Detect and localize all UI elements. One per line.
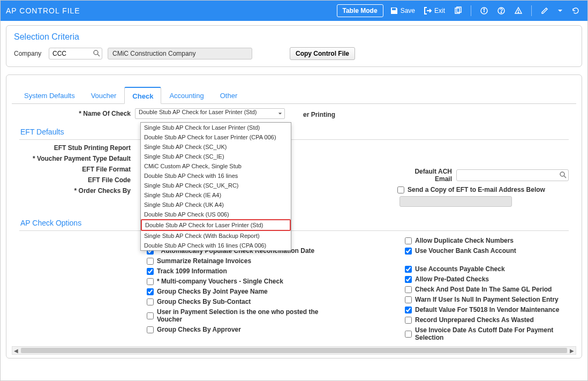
voucher-payment-type-label: * Voucher Payment Type Default xyxy=(19,155,135,162)
tab-other[interactable]: Other xyxy=(212,87,246,104)
check-option-row: Use Invoice Date As Cutoff Date For Paym… xyxy=(405,326,569,341)
duplicate-icon[interactable] xyxy=(451,4,464,17)
check-option-checkbox[interactable] xyxy=(147,278,154,285)
search-icon[interactable] xyxy=(93,49,100,57)
scroll-left-icon[interactable]: ◀ xyxy=(12,348,20,354)
name-of-check-label: * Name Of Check xyxy=(19,110,135,117)
check-option-checkbox[interactable] xyxy=(405,248,412,255)
name-of-check-dropdown[interactable]: Single Stub AP Check for Laser Printer (… xyxy=(140,122,291,251)
check-option-label: Allow Pre-Dated Checks xyxy=(415,275,489,283)
tab-system-defaults[interactable]: System Defaults xyxy=(16,87,83,104)
main-area: Selection Criteria Company CMiC Construc… xyxy=(1,21,587,381)
check-option-row: Group Checks By Sub-Contact xyxy=(147,298,405,305)
check-option-row: Use Voucher Bank Cash Account xyxy=(405,247,569,255)
content-panel: System Defaults Voucher Check Accounting… xyxy=(6,74,582,358)
eft-stub-label: EFT Stub Printing Report xyxy=(19,144,135,152)
check-option-row: Check And Post Date In The Same GL Perio… xyxy=(405,286,569,293)
edit-icon[interactable] xyxy=(538,4,551,17)
check-option-label: Check And Post Date In The Same GL Perio… xyxy=(415,286,552,293)
dropdown-option[interactable]: Single Stub AP Check (IE A4) xyxy=(141,190,291,200)
check-option-row: * Multi-company Vouchers - Single Check xyxy=(147,278,405,285)
save-button[interactable]: Save xyxy=(388,4,417,17)
check-option-checkbox[interactable] xyxy=(405,296,412,303)
dropdown-option[interactable]: Double Stub AP Check (US 006) xyxy=(141,210,291,219)
topbar: AP CONTROL FILE Table Mode Save Exit xyxy=(1,1,587,21)
dropdown-option[interactable]: Double Stub AP Check for Laser Printer (… xyxy=(141,219,291,231)
check-option-row: Default Value For T5018 In Vendor Mainte… xyxy=(405,306,569,313)
scroll-track[interactable] xyxy=(21,348,567,353)
check-option-checkbox[interactable] xyxy=(147,268,154,275)
check-option-row: Group Checks By Approver xyxy=(147,326,405,333)
scroll-right-icon[interactable]: ▶ xyxy=(568,348,576,354)
dropdown-option[interactable]: Double Stub AP Check with 16 lines (CPA … xyxy=(141,241,291,250)
check-option-checkbox[interactable] xyxy=(405,276,412,283)
check-option-row: Allow Pre-Dated Checks xyxy=(405,275,569,283)
dropdown-option[interactable]: Single Stub AP Check (SC_IE) xyxy=(141,152,291,161)
info-icon[interactable] xyxy=(478,4,491,17)
dropdown-option[interactable]: CMiC Custom AP Check, Single Stub xyxy=(141,161,291,171)
search-icon[interactable] xyxy=(559,171,567,178)
exit-label: Exit xyxy=(434,7,445,14)
check-option-checkbox[interactable] xyxy=(147,288,154,295)
tabs: System Defaults Voucher Check Accounting… xyxy=(12,87,576,104)
svg-point-4 xyxy=(484,9,485,10)
selection-criteria-title: Selection Criteria xyxy=(14,32,574,42)
order-checks-by-label: * Order Checks By xyxy=(19,187,135,195)
svg-point-8 xyxy=(518,12,519,13)
name-of-check-value: Double Stub AP Check for Laser Printer (… xyxy=(139,109,257,115)
check-option-label: Use Voucher Bank Cash Account xyxy=(415,247,516,255)
check-option-checkbox[interactable] xyxy=(405,266,412,273)
company-name-display: CMiC Construction Company xyxy=(108,48,252,59)
table-mode-button[interactable]: Table Mode xyxy=(337,4,383,17)
dropdown-caret-icon[interactable] xyxy=(555,6,565,16)
dropdown-option[interactable]: Single Stub AP Check (UK A4) xyxy=(141,200,291,210)
default-ach-email-input[interactable] xyxy=(456,169,569,181)
dropdown-option[interactable]: Single Stub AP Check (With Backup Report… xyxy=(141,231,291,241)
check-option-row: Record Unprepared Checks As Wasted xyxy=(405,316,569,324)
company-label: Company xyxy=(14,50,43,57)
eft-file-code-label: EFT File Code xyxy=(19,176,135,184)
check-option-label: Summarize Retainage Invoices xyxy=(157,257,251,265)
tab-accounting[interactable]: Accounting xyxy=(161,87,212,104)
default-ach-email-label: Default ACH Email xyxy=(397,168,456,183)
check-option-label: Allow Duplicate Check Numbers xyxy=(415,237,514,244)
dropdown-option[interactable]: Single Stub AP Check for Laser Printer (… xyxy=(141,123,291,132)
check-option-label: Track 1099 Information xyxy=(157,267,227,275)
check-option-label: Default Value For T5018 In Vendor Mainte… xyxy=(415,306,559,313)
check-option-row: Use Accounts Payable Check xyxy=(405,265,569,273)
eft-email-disabled-input xyxy=(399,196,512,207)
check-option-checkbox[interactable] xyxy=(147,326,154,333)
horizontal-scrollbar[interactable]: ◀ ▶ xyxy=(12,346,576,355)
send-copy-eft-checkbox[interactable] xyxy=(397,186,404,193)
company-row: Company CMiC Construction Company Copy C… xyxy=(14,47,574,60)
check-option-checkbox[interactable] xyxy=(405,237,412,244)
tab-check[interactable]: Check xyxy=(124,87,161,104)
check-option-checkbox[interactable] xyxy=(405,307,412,313)
copy-control-file-button[interactable]: Copy Control File xyxy=(290,47,355,60)
svg-line-12 xyxy=(564,176,566,178)
check-option-row: Summarize Retainage Invoices xyxy=(147,257,405,265)
check-option-checkbox[interactable] xyxy=(405,286,412,293)
warning-icon[interactable] xyxy=(512,4,525,17)
dropdown-option[interactable]: Single Stub AP Check (SC_UK_RC) xyxy=(141,181,291,190)
check-option-checkbox[interactable] xyxy=(147,312,154,319)
send-copy-eft-label: Send a Copy of EFT to E-mail Address Bel… xyxy=(408,186,545,193)
exit-icon xyxy=(424,6,432,15)
svg-line-10 xyxy=(97,54,100,56)
dropdown-option[interactable]: Double Stub AP Check with 16 lines xyxy=(141,171,291,181)
help-icon[interactable] xyxy=(495,4,508,17)
check-option-label: Group Checks By Approver xyxy=(157,326,241,333)
check-option-checkbox[interactable] xyxy=(405,317,412,324)
tab-voucher[interactable]: Voucher xyxy=(83,87,125,104)
check-option-checkbox[interactable] xyxy=(405,331,412,338)
name-of-check-select[interactable]: Double Stub AP Check for Laser Printer (… xyxy=(135,108,285,119)
refresh-icon[interactable] xyxy=(569,4,582,17)
dropdown-option[interactable]: Single Stub AP Check (SC_UK) xyxy=(141,142,291,152)
check-option-checkbox[interactable] xyxy=(147,298,154,305)
exit-button[interactable]: Exit xyxy=(421,4,447,17)
svg-point-11 xyxy=(560,172,564,176)
check-option-label: Group Checks By Joint Payee Name xyxy=(157,288,268,295)
dropdown-option[interactable]: Double Stub AP Check for Laser Printer (… xyxy=(141,132,291,142)
check-option-row: Track 1099 Information xyxy=(147,267,405,275)
check-option-checkbox[interactable] xyxy=(147,258,154,265)
